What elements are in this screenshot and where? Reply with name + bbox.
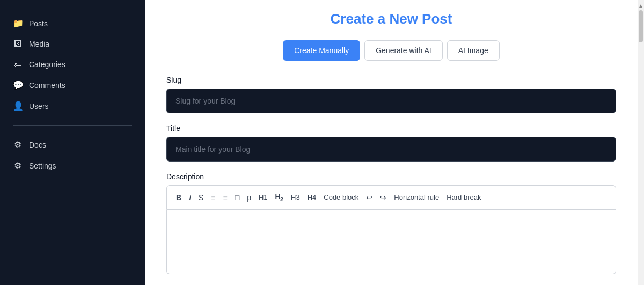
- tab-group: Create Manually Generate with AI AI Imag…: [166, 40, 616, 61]
- scrollbar-thumb[interactable]: [639, 10, 643, 42]
- toolbar-undo[interactable]: ↩: [363, 192, 375, 203]
- sidebar-divider: [13, 125, 132, 126]
- toolbar-bold[interactable]: B: [173, 192, 184, 203]
- page-title: Create a New Post: [166, 11, 616, 27]
- posts-icon: 📁: [13, 18, 23, 28]
- toolbar-ordered-list[interactable]: ≡: [221, 192, 230, 203]
- slug-group: Slug: [166, 76, 616, 113]
- editor-body[interactable]: [166, 210, 616, 274]
- editor-toolbar: B I S ≡ ≡ □ p H1 H2 H3 H4 Code block ↩ ↪…: [166, 185, 616, 210]
- sidebar-main-section: 📁 Posts 🖼 Media 🏷 Categories 💬 Comments …: [0, 9, 145, 121]
- sidebar: 📁 Posts 🖼 Media 🏷 Categories 💬 Comments …: [0, 0, 145, 285]
- sidebar-item-users[interactable]: 👤 Users: [0, 96, 145, 116]
- sidebar-label-posts: Posts: [29, 19, 48, 28]
- toolbar-horizontal-rule[interactable]: Horizontal rule: [391, 192, 442, 203]
- toolbar-h4[interactable]: H4: [305, 192, 319, 203]
- sidebar-item-docs[interactable]: ⚙ Docs: [0, 134, 145, 155]
- description-label: Description: [166, 172, 616, 181]
- sidebar-item-media[interactable]: 🖼 Media: [0, 34, 145, 54]
- slug-label: Slug: [166, 76, 616, 84]
- toolbar-h1[interactable]: H1: [256, 192, 270, 203]
- settings-icon: ⚙: [13, 160, 23, 171]
- sidebar-item-categories[interactable]: 🏷 Categories: [0, 54, 145, 75]
- sidebar-secondary-section: ⚙ Docs ⚙ Settings: [0, 130, 145, 180]
- toolbar-redo[interactable]: ↪: [377, 192, 389, 203]
- sidebar-item-comments[interactable]: 💬 Comments: [0, 75, 145, 96]
- scrollbar-track: ▲: [638, 0, 644, 285]
- toolbar-code-inline[interactable]: □: [232, 192, 242, 203]
- toolbar-code-block[interactable]: Code block: [321, 192, 361, 203]
- docs-icon: ⚙: [13, 140, 23, 150]
- toolbar-hard-break[interactable]: Hard break: [444, 192, 484, 203]
- slug-input[interactable]: [166, 89, 616, 113]
- sidebar-label-users: Users: [29, 102, 49, 111]
- toolbar-h3[interactable]: H3: [288, 192, 303, 203]
- description-group: Description B I S ≡ ≡ □ p H1 H2 H3 H4 Co…: [166, 172, 616, 274]
- comments-icon: 💬: [13, 80, 23, 90]
- sidebar-label-settings: Settings: [29, 162, 56, 170]
- categories-icon: 🏷: [13, 60, 23, 69]
- tab-ai-image[interactable]: AI Image: [447, 40, 500, 61]
- sidebar-label-docs: Docs: [29, 141, 46, 149]
- tab-create-manually[interactable]: Create Manually: [283, 40, 360, 61]
- toolbar-h2[interactable]: H2: [273, 191, 286, 204]
- title-group: Title: [166, 124, 616, 162]
- title-label: Title: [166, 124, 616, 133]
- sidebar-item-posts[interactable]: 📁 Posts: [0, 13, 145, 34]
- toolbar-bullet-list[interactable]: ≡: [208, 192, 218, 203]
- sidebar-label-media: Media: [29, 40, 49, 48]
- toolbar-paragraph[interactable]: p: [244, 192, 254, 203]
- tab-generate-with-ai[interactable]: Generate with AI: [364, 40, 443, 61]
- media-icon: 🖼: [13, 39, 23, 49]
- sidebar-label-comments: Comments: [29, 81, 65, 90]
- main-content: Create a New Post Create Manually Genera…: [145, 0, 638, 285]
- toolbar-italic[interactable]: I: [186, 192, 194, 203]
- sidebar-label-categories: Categories: [29, 60, 65, 69]
- toolbar-strike[interactable]: S: [196, 192, 206, 203]
- title-input[interactable]: [166, 137, 616, 162]
- sidebar-item-settings[interactable]: ⚙ Settings: [0, 155, 145, 176]
- users-icon: 👤: [13, 101, 23, 111]
- scrollbar-arrow-up[interactable]: ▲: [638, 1, 644, 10]
